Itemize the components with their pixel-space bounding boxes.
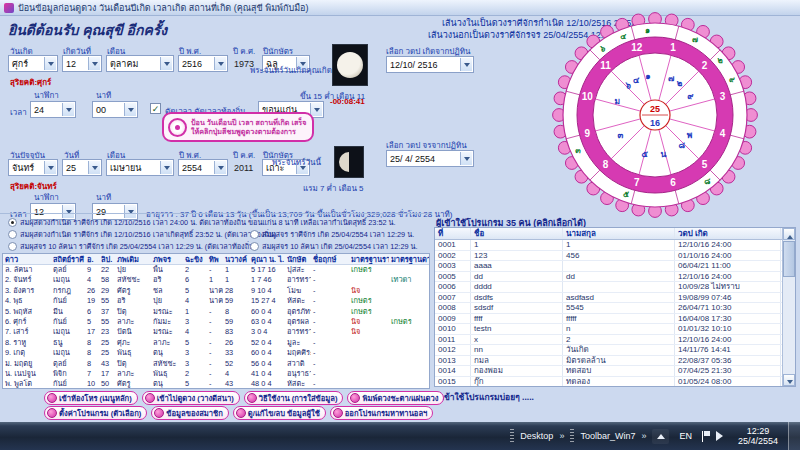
table-cell: [389, 359, 429, 369]
table-cell: [389, 307, 429, 317]
taskbar-clock[interactable]: 12:29 25/4/2554: [734, 426, 782, 446]
table-row[interactable]: 5. พฤหัสมีน637ปิตุมรณะ1-860 0 4อุตรภัทร-…: [3, 307, 429, 317]
current-year-select[interactable]: 2554: [178, 159, 228, 176]
table-row[interactable]: ล. ลัคนาตุลย์922ปุยพื้น2-15 17 16ปุสสะ-เ…: [3, 265, 429, 275]
action-button[interactable]: ดู/แก้ไข/ลบ ข้อมูลผู้ใช้: [233, 406, 326, 420]
table-cell: [389, 369, 429, 379]
current-day-select[interactable]: จันทร์: [8, 159, 58, 176]
scroll-thumb[interactable]: [783, 241, 795, 277]
table-row[interactable]: 3. อังคารกรกฎ2629ศัตรูชล5นาค289 10 4โมฆ-…: [3, 286, 429, 296]
current-calendar-select[interactable]: 25/ 4/ 2554: [386, 150, 474, 167]
table-row[interactable]: พ. พูลโตกันย์1050ศัตรูตนุ5-4348 0 4หัสตะ…: [3, 379, 429, 389]
list-item[interactable]: 0008sdsdf554526/04/71 10:30: [435, 303, 795, 314]
taskbar-win7-toolbar[interactable]: Toolbar_Win7: [580, 431, 635, 441]
table-row[interactable]: 7. เสาร์เมถุน1723ปัตนิมรณะ4-833 0 4อารทร…: [3, 327, 429, 337]
birth-year-select[interactable]: 2516: [178, 55, 228, 72]
table-cell: 63 0 4: [249, 317, 285, 327]
list-item[interactable]: 000212345601/10/16 24:00: [435, 251, 795, 262]
birth-day-select[interactable]: ศุกร์: [8, 55, 58, 72]
action-button[interactable]: ข้อมูลของสมาชิก: [151, 406, 229, 420]
action-button[interactable]: ออกโปรแกรมหาทานอลฯ: [330, 406, 433, 420]
action-button[interactable]: ตั้งค่าโปรแกรม (ตัวเลือก): [44, 406, 147, 420]
table-cell: เกษตร: [349, 296, 389, 306]
list-item[interactable]: 0010testnn01/01/32 10:10: [435, 324, 795, 335]
volume-icon[interactable]: [716, 431, 728, 441]
table-cell: ตนุ: [151, 348, 183, 358]
table-row[interactable]: น. เนปจูนพิจิก717ลาภะพันธุ2-441 0 4อนุรา…: [3, 369, 429, 379]
action-center-icon[interactable]: [702, 431, 710, 442]
list-item[interactable]: 0013กมลมิตรดลล้าน22/08/37 05:36: [435, 356, 795, 367]
desktop-chevron-icon[interactable]: »: [559, 431, 564, 441]
show-desktop-button[interactable]: [788, 422, 800, 450]
button-row: ตั้งค่าโปรแกรม (ตัวเลือก)ข้อมูลของสมาชิก…: [44, 406, 564, 420]
taskbar-desktop-toolbar[interactable]: Desktop: [520, 431, 553, 441]
table-cell: ffff: [471, 314, 563, 324]
table-cell: [563, 261, 675, 271]
birth-calendar-select[interactable]: 12/10/ 2516: [386, 56, 474, 73]
table-cell: มาตรฐานราศีจักร: [349, 254, 389, 264]
radio-label: สมผุสจร 10 ลัคนา ราศีจักร เกิด 25/04/255…: [20, 241, 257, 252]
action-button[interactable]: เข้าห้องโหร (เมนูหลัก): [44, 391, 138, 405]
table-cell: [389, 296, 429, 306]
table-row[interactable]: 8. ราหูธนู825ศุภะลาภะ5-2652 0 4มูละ-: [3, 338, 429, 348]
scroll-down-icon[interactable]: [783, 374, 795, 386]
list-item[interactable]: 0007dsdfsasdfasd19/08/99 07:46: [435, 293, 795, 304]
table-cell: fffff: [563, 314, 675, 324]
birth-date-select[interactable]: 12: [62, 55, 102, 72]
radio-option[interactable]: สมผุสดวงกำเนิด ราศีจักร เกิด 12/10/2516 …: [8, 217, 396, 228]
table-cell: 12/10/16 24:00: [675, 272, 781, 282]
table-row[interactable]: 4. พุธกันย์1955อริปุย4นาค5915 27 4หัสตะ-…: [3, 296, 429, 306]
list-item[interactable]: 00011112/10/16 24:00: [435, 240, 795, 251]
list-item[interactable]: 0009fffffffff16/04/08 17:30: [435, 314, 795, 325]
table-cell: ภพเดิม: [115, 254, 151, 264]
action-button[interactable]: พิมพ์ดวงชะตา/แผ่นดวง: [347, 391, 444, 405]
action-button[interactable]: วิธีใช้งาน (การใส่ข้อมูล): [244, 391, 344, 405]
birth-minute-select[interactable]: 00: [92, 101, 138, 118]
current-date-select[interactable]: 25: [62, 159, 102, 176]
table-cell: 5. พฤหัส: [3, 307, 51, 317]
list-item[interactable]: 0006dddd10/09/28 ไม่ทราบ: [435, 282, 795, 293]
birth-month-select[interactable]: ตุลาคม: [106, 55, 174, 72]
radio-option[interactable]: สมผุสจร ราศีจักร เกิด 25/04/2554 เวลา 12…: [250, 229, 414, 240]
table-cell: พ. พูลโต: [3, 379, 51, 389]
table-row[interactable]: ม. มฤตยูตุลย์843ปิตุสหัชชะ3-5256 0 4สวาต…: [3, 359, 429, 369]
list-item[interactable]: 0015กุ๊กทดลอง01/05/24 08:00: [435, 377, 795, 388]
language-indicator[interactable]: EN: [675, 429, 696, 443]
list-item[interactable]: 0003aaaa06/04/21 11:00: [435, 261, 795, 272]
hint-button[interactable]: ป้อน วันเดือนปี เวลา สถานที่เกิด เสร็จ ใ…: [162, 112, 314, 142]
chevron-down-icon: [44, 57, 56, 70]
table-row[interactable]: 9. เกตุเมถุน825พันธุตนุ3-3360 0 4มฤคศิระ…: [3, 348, 429, 358]
hidden-icons-button[interactable]: [652, 429, 669, 444]
scroll-up-icon[interactable]: [783, 228, 795, 240]
svg-text:๙: ๙: [729, 75, 735, 84]
radio-option[interactable]: สมผุสจร 10 ลัคนา ราศีจักร เกิด 25/04/255…: [8, 241, 257, 252]
table-cell: asdfasd: [563, 293, 675, 303]
pink-wheel-icon: [145, 393, 155, 403]
window-title: ป้อนข้อมูลก่อนดูดวง วันเดือนปีเกิด เวลาเ…: [18, 1, 309, 15]
current-month-select[interactable]: เมษายน: [106, 159, 174, 176]
chevron-down-icon: [310, 103, 322, 116]
cut-time-checkbox[interactable]: [150, 103, 161, 114]
list-item[interactable]: 0012nnวันเกิด14/11/76 14:41: [435, 345, 795, 356]
table-cell: [389, 379, 429, 389]
list-item[interactable]: 0005dddd12/10/16 24:00: [435, 272, 795, 283]
table-cell: -: [207, 359, 223, 369]
table-cell: ชื่อฤกษ์: [311, 254, 349, 264]
table-row[interactable]: 6. ศุกร์กันย์555ลาภะกัมมะ3-5963 0 4อุตรผ…: [3, 317, 429, 327]
toolbar-grip[interactable]: [570, 429, 574, 443]
table-cell: -: [311, 296, 349, 306]
table-cell: 23: [99, 327, 115, 337]
birth-hour-select[interactable]: 24: [30, 101, 76, 118]
radio-option[interactable]: สมผุสดวงกำเนิด ราศีจักร เกิด 12/10/2516 …: [8, 229, 276, 240]
action-button[interactable]: เข้าไปดูดวง (วางดีสนา): [142, 391, 240, 405]
list-item[interactable]: 0011x212/10/16 24:00: [435, 335, 795, 346]
list-item[interactable]: 0014กองพอมทดสอบ07/04/25 21:30: [435, 366, 795, 377]
table-cell: [349, 338, 389, 348]
radio-option[interactable]: สมผุสจร 10 ลัคนา เกิด 25/04/2554 เวลา 12…: [250, 241, 418, 252]
toolbar-chevron-icon[interactable]: »: [641, 431, 646, 441]
table-cell: 10: [85, 379, 99, 389]
scrollbar[interactable]: [782, 228, 795, 386]
toolbar-grip[interactable]: [510, 429, 514, 443]
table-row[interactable]: 2. จันทร์เมถุน458สหัชชะอริ6111 7 46อารทร…: [3, 275, 429, 285]
table-cell: [563, 282, 675, 292]
